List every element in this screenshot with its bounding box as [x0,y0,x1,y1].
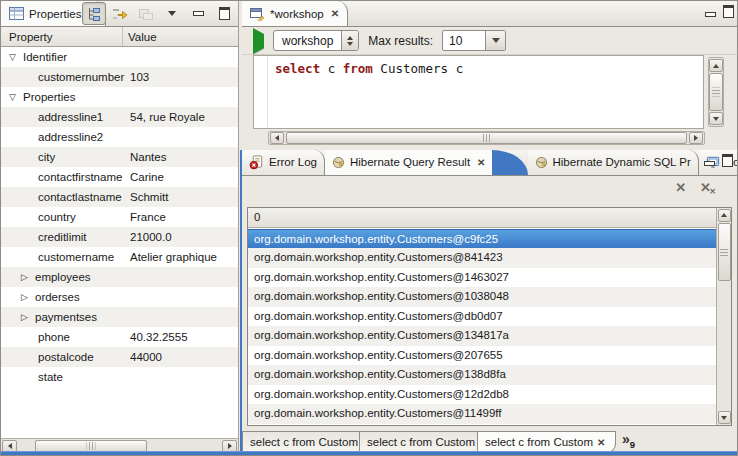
property-row[interactable]: state [1,367,238,387]
result-row[interactable]: org.domain.workshop.entity.Customers@103… [248,287,716,307]
code-area[interactable]: select c from Customers c [253,55,704,129]
scroll-up-icon[interactable] [709,59,723,72]
tab-workshop-label: *workshop [270,8,324,20]
property-row[interactable]: contactlastnameSchmitt [1,187,238,207]
chevron-down-icon[interactable] [485,31,505,50]
editor-vscrollbar[interactable] [708,57,724,127]
property-name: postalcode [38,351,94,363]
property-row[interactable]: ▽Properties [1,87,238,107]
result-tab-3[interactable]: select c from Custom ✕ [478,431,616,453]
property-row[interactable]: addressline154, rue Royale [1,107,238,127]
column-header-value[interactable]: Value [123,27,238,46]
property-value[interactable]: 103 [126,71,238,83]
property-row[interactable]: contactfirstnameCarine [1,167,238,187]
property-value[interactable]: Schmitt [126,191,238,203]
max-results-value[interactable]: 10 [443,34,485,48]
property-row[interactable]: countryFrance [1,207,238,227]
editor-hscrollbar[interactable] [268,131,705,145]
close-icon[interactable]: ✕ [329,8,339,19]
maximize-button[interactable] [723,5,734,18]
collapse-arrow-icon[interactable]: ▽ [8,92,17,102]
result-row[interactable]: org.domain.workshop.entity.Customers@db0… [248,307,716,327]
expand-arrow-icon[interactable]: ▷ [20,272,29,282]
tab-hibernate-dynamic-sql[interactable]: Hibernate Dynamic SQL Pr [528,150,699,175]
property-label-cell: creditlimit [1,231,126,243]
result-tab-1[interactable]: select c from Custom [242,431,360,453]
scroll-down-icon[interactable] [718,411,731,424]
minimize-button[interactable] [186,2,210,25]
expand-arrow-icon[interactable]: ▷ [20,312,29,322]
properties-column-headers: Property Value [1,27,238,47]
result-row[interactable]: org.domain.workshop.entity.Customers@841… [248,248,716,268]
remove-result-icon[interactable]: ✕ [675,181,686,194]
editor-tabbar: *workshop ✕ [242,1,738,27]
scrollbar-thumb[interactable] [709,73,723,111]
tab-hibernate-query-result[interactable]: Hibernate Query Result ✕ [325,150,493,175]
tab-error-log[interactable]: Error Log [242,150,325,175]
property-row[interactable]: ▷paymentses [1,307,238,327]
run-query-button[interactable] [253,34,264,48]
scroll-up-icon[interactable] [718,209,731,222]
remove-all-results-icon[interactable]: ✕ [700,181,711,194]
property-row[interactable]: creditlimit21000.0 [1,227,238,247]
tab-hibernate-dynamic-sql-label: Hibernate Dynamic SQL Pr [553,156,691,168]
scroll-right-icon[interactable] [689,132,703,144]
property-value[interactable]: 54, rue Royale [126,111,238,123]
property-row[interactable]: customernameAtelier graphique [1,247,238,267]
collapse-arrow-icon[interactable]: ▽ [8,52,17,62]
scrollbar-thumb[interactable] [286,132,687,144]
editor-body: select c from Customers c [242,55,738,147]
scrollbar-thumb[interactable] [718,223,731,281]
property-value[interactable]: Carine [126,171,238,183]
property-value[interactable]: Atelier graphique [126,251,238,263]
result-row-selected[interactable]: org.domain.workshop.entity.Customers@c9f… [248,229,716,249]
filter-properties-button[interactable] [108,2,132,25]
property-row[interactable]: cityNantes [1,147,238,167]
property-value[interactable]: 21000.0 [126,231,238,243]
result-row[interactable]: org.domain.workshop.entity.Customers@12d… [248,385,716,405]
result-rows: org.domain.workshop.entity.Customers@c9f… [248,229,716,425]
property-value[interactable]: France [126,211,238,223]
tree-mode-button[interactable] [82,2,106,25]
property-name: phone [38,331,70,343]
property-value[interactable]: 40.32.2555 [126,331,238,343]
maximize-button[interactable] [722,154,733,167]
scroll-left-icon[interactable] [270,132,284,144]
configuration-combo[interactable]: workshop [273,30,359,51]
editor-toolbar: workshop Max results: 10 [242,27,738,55]
close-icon[interactable]: ✕ [475,157,485,168]
expand-arrow-icon[interactable]: ▷ [20,292,29,302]
hql-query-text[interactable]: select c from Customers c [268,56,463,128]
property-row[interactable]: addressline2 [1,127,238,147]
result-row[interactable]: org.domain.workshop.entity.Customers@114… [248,404,716,424]
max-results-combo[interactable]: 10 [442,30,506,51]
scroll-down-icon[interactable] [709,112,723,125]
result-column-header[interactable]: 0 [248,208,716,228]
maximize-button[interactable] [212,2,236,25]
editor-gutter [254,56,268,128]
result-row[interactable]: org.domain.workshop.entity.Customers@146… [248,268,716,288]
result-row[interactable]: org.domain.workshop.entity.Customers@138… [248,365,716,385]
minimize-button[interactable] [704,155,715,166]
tab-overflow-chevron[interactable]: » 9 [616,431,635,453]
result-row[interactable]: org.domain.workshop.entity.Customers@134… [248,326,716,346]
combo-spinner-icon[interactable] [341,31,358,50]
tab-workshop[interactable]: *workshop ✕ [242,1,348,26]
property-row[interactable]: postalcode44000 [1,347,238,367]
minimize-button[interactable] [705,6,716,17]
property-row[interactable]: ▷orderses [1,287,238,307]
property-label-cell: ▷paymentses [1,311,126,323]
property-row[interactable]: customernumber103 [1,67,238,87]
property-value[interactable]: 44000 [126,351,238,363]
column-header-property[interactable]: Property [1,27,123,46]
close-icon[interactable]: ✕ [597,437,605,448]
result-tab-2[interactable]: select c from Custom [360,431,478,453]
result-row[interactable]: org.domain.workshop.entity.Customers@207… [248,346,716,366]
property-row[interactable]: ▽Identifier [1,47,238,67]
property-row[interactable]: ▷employees [1,267,238,287]
view-menu-icon[interactable] [160,2,184,25]
results-vscrollbar[interactable] [716,208,731,425]
window-bottom-edge [1,451,737,455]
property-value[interactable]: Nantes [126,151,238,163]
property-row[interactable]: phone40.32.2555 [1,327,238,347]
